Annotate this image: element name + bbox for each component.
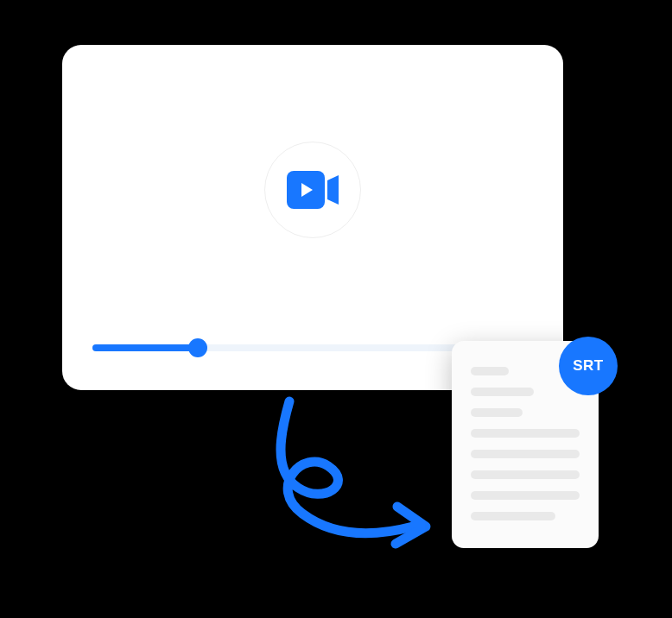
srt-badge-label: SRT [573, 357, 604, 375]
play-video-button[interactable] [264, 142, 361, 238]
document-line [471, 429, 580, 438]
srt-document: SRT [452, 341, 599, 548]
document-line [471, 388, 534, 396]
document-line [471, 408, 523, 417]
document-line [471, 367, 509, 375]
srt-badge: SRT [559, 337, 618, 395]
document-line [471, 450, 580, 458]
document-line [471, 491, 580, 500]
progress-fill [92, 344, 198, 351]
video-camera-icon [287, 171, 339, 209]
document-line [471, 470, 580, 479]
arrow-icon [242, 388, 441, 561]
document-line [471, 512, 555, 520]
video-player-card [62, 45, 563, 390]
progress-thumb[interactable] [188, 338, 207, 357]
